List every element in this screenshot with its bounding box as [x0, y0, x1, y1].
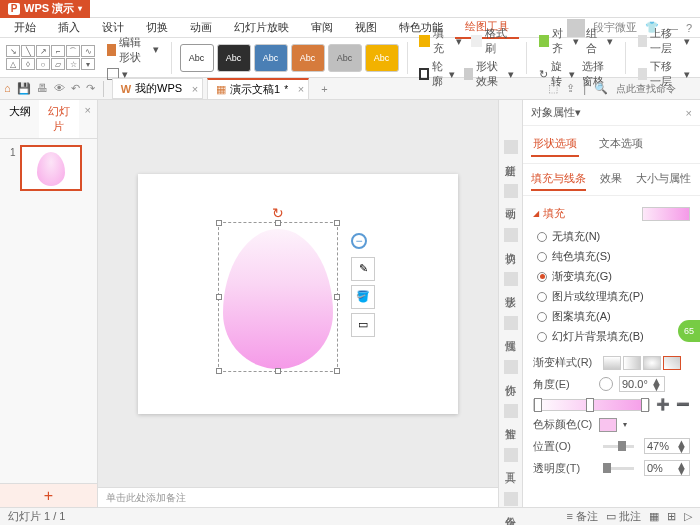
search-icon: 🔍: [594, 82, 608, 95]
resize-handle[interactable]: [334, 220, 340, 226]
slide-number: 1: [10, 147, 16, 158]
view-slideshow-icon[interactable]: ▷: [684, 510, 692, 523]
slide-thumbnail[interactable]: 1: [20, 145, 82, 191]
slides-tab[interactable]: 幻灯片: [39, 100, 78, 138]
resize-handle[interactable]: [216, 294, 222, 300]
edit-shape-button[interactable]: 编辑形状 ▾: [103, 34, 163, 66]
rail-smart[interactable]: 智推: [503, 404, 518, 420]
remove-stop-icon[interactable]: ➖: [676, 398, 690, 411]
resize-handle[interactable]: [275, 220, 281, 226]
wps-tab[interactable]: W我的WPS×: [112, 78, 203, 99]
menu-home[interactable]: 开始: [4, 17, 46, 38]
pattern-fill-radio[interactable]: 图案填充(A): [537, 309, 690, 324]
outline-tool-icon[interactable]: ▭: [351, 313, 375, 337]
command-search[interactable]: [616, 83, 696, 94]
shape-gallery[interactable]: ↘╲↗⌐⌒∿ △◊○▱☆▾: [6, 45, 95, 70]
panel-title: 对象属性: [531, 105, 575, 120]
menu-view[interactable]: 视图: [345, 17, 387, 38]
effect-subtab[interactable]: 效果: [600, 168, 622, 191]
print-icon[interactable]: 🖶: [37, 82, 48, 95]
properties-panel: 对象属性 ▾× 形状选项 文本选项 填充与线条 效果 大小与属性 填充 无填充(…: [522, 100, 700, 507]
no-fill-radio[interactable]: 无填充(N): [537, 229, 690, 244]
view-normal-icon[interactable]: ▦: [649, 510, 659, 523]
comments-toggle[interactable]: ▭ 批注: [606, 509, 641, 524]
document-tab[interactable]: ▦演示文稿1 *×: [207, 78, 309, 100]
save-icon[interactable]: 💾: [17, 82, 31, 95]
rail-animation[interactable]: 动画: [503, 184, 518, 200]
shape-options-tab[interactable]: 形状选项: [531, 132, 579, 157]
rail-new[interactable]: 新建: [503, 140, 518, 156]
slide-counter: 幻灯片 1 / 1: [8, 509, 65, 524]
solid-fill-radio[interactable]: 纯色填充(S): [537, 249, 690, 264]
angle-dial[interactable]: [599, 377, 613, 391]
rail-collab[interactable]: 协作: [503, 360, 518, 376]
floating-badge[interactable]: 65: [678, 320, 700, 342]
collapse-ribbon-icon[interactable]: ⬚: [548, 82, 558, 95]
preview-icon[interactable]: 👁: [54, 82, 65, 95]
resize-handle[interactable]: [334, 294, 340, 300]
fill-button[interactable]: 填充 ▾ 格式刷: [415, 25, 518, 57]
close-icon[interactable]: ×: [192, 83, 198, 95]
statusbar: 幻灯片 1 / 1 ≡ 备注 ▭ 批注 ▦ ⊞ ▷: [0, 507, 700, 525]
fill-section-header[interactable]: 填充: [533, 202, 690, 225]
gradient-stops[interactable]: [533, 399, 650, 411]
picture-fill-radio[interactable]: 图片或纹理填充(P): [537, 289, 690, 304]
text-options-tab[interactable]: 文本选项: [597, 132, 645, 157]
view-sorter-icon[interactable]: ⊞: [667, 510, 676, 523]
close-panel-icon[interactable]: ×: [686, 107, 692, 119]
selection-box: ↻ − ✎ 🪣 ▭: [218, 222, 338, 372]
rail-shape[interactable]: 形状: [503, 272, 518, 288]
menu-animation[interactable]: 动画: [180, 17, 222, 38]
position-input[interactable]: 47%▲▼: [644, 438, 690, 454]
rail-properties[interactable]: 属性: [503, 316, 518, 332]
gradient-stop[interactable]: [641, 398, 649, 412]
add-slide-button[interactable]: +: [0, 483, 97, 507]
menu-slideshow[interactable]: 幻灯片放映: [224, 17, 299, 38]
fill-swatch[interactable]: [642, 207, 690, 221]
opacity-slider[interactable]: [603, 467, 634, 470]
ribbon: ↘╲↗⌐⌒∿ △◊○▱☆▾ 编辑形状 ▾ ▾ Abc Abc Abc Abc A…: [0, 38, 700, 78]
close-icon[interactable]: ×: [298, 83, 304, 95]
size-subtab[interactable]: 大小与属性: [636, 168, 691, 191]
collapse-float-tools[interactable]: −: [351, 233, 367, 249]
outline-tab[interactable]: 大纲: [0, 100, 39, 138]
slide-panel: 大纲 幻灯片 × 1 +: [0, 100, 98, 507]
resize-handle[interactable]: [334, 368, 340, 374]
notes-placeholder[interactable]: 单击此处添加备注: [98, 487, 498, 507]
fill-line-subtab[interactable]: 填充与线条: [531, 168, 586, 191]
rail-tools[interactable]: 工具: [503, 448, 518, 464]
rotate-handle[interactable]: ↻: [272, 205, 284, 221]
fill-tool-icon[interactable]: 🪣: [351, 285, 375, 309]
slide-bg-fill-radio[interactable]: 幻灯片背景填充(B): [537, 329, 690, 344]
opacity-input[interactable]: 0%▲▼: [644, 460, 690, 476]
stop-color-picker[interactable]: [599, 418, 617, 432]
edit-icon[interactable]: ✎: [351, 257, 375, 281]
undo-icon[interactable]: ↶: [71, 82, 80, 95]
close-panel-icon[interactable]: ×: [79, 100, 97, 138]
slide-canvas[interactable]: ↻ − ✎ 🪣 ▭: [138, 174, 458, 414]
angle-input[interactable]: 90.0°▲▼: [619, 376, 665, 392]
gradient-stop[interactable]: [534, 398, 542, 412]
gradient-presets[interactable]: [603, 356, 681, 370]
add-stop-icon[interactable]: ➕: [656, 398, 670, 411]
share-icon[interactable]: ⇪: [566, 82, 575, 95]
align-button[interactable]: 对齐▾ 组合▾: [535, 25, 618, 57]
new-tab-button[interactable]: +: [313, 83, 335, 95]
rail-backup[interactable]: 备份: [503, 492, 518, 508]
resize-handle[interactable]: [216, 368, 222, 374]
home-icon[interactable]: ⌂: [4, 82, 11, 95]
menu-review[interactable]: 审阅: [301, 17, 343, 38]
rail-transition[interactable]: 切换: [503, 228, 518, 244]
resize-handle[interactable]: [216, 220, 222, 226]
bring-forward-button[interactable]: 上移一层▾: [634, 25, 694, 57]
outline-button[interactable]: 轮廓 ▾ 形状效果 ▾: [415, 58, 518, 90]
redo-icon[interactable]: ↷: [86, 82, 95, 95]
menu-insert[interactable]: 插入: [48, 17, 90, 38]
position-slider[interactable]: [603, 445, 634, 448]
side-rail: 新建 动画 切换 形状 属性 协作 智推 工具 备份 帮助: [498, 100, 522, 507]
resize-handle[interactable]: [275, 368, 281, 374]
shape-styles[interactable]: Abc Abc Abc Abc Abc Abc: [180, 44, 399, 72]
notes-toggle[interactable]: ≡ 备注: [566, 509, 597, 524]
gradient-fill-radio[interactable]: 渐变填充(G): [537, 269, 690, 284]
gradient-stop[interactable]: [586, 398, 594, 412]
